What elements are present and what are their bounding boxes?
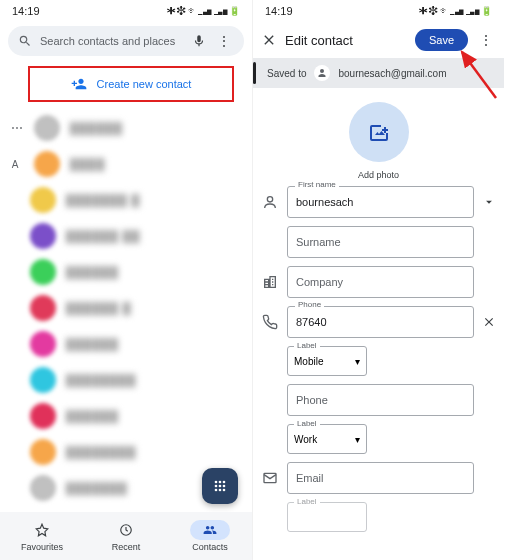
add-photo-zone[interactable]: Add photo [253,88,504,186]
first-name-label: First name [295,180,339,189]
create-new-contact-button[interactable]: Create new contact [28,66,234,102]
avatar [30,187,56,213]
avatar [30,259,56,285]
phone-field-2[interactable] [287,384,474,416]
email-label-select[interactable]: Label [287,502,367,532]
contact-name: ████████ [66,374,136,386]
label-value: Mobile [294,356,323,367]
list-item[interactable]: A ████ [6,146,252,182]
edit-header: Edit contact Save ⋮ [253,22,504,58]
phone-label-select-1[interactable]: Label Mobile ▾ [287,346,367,376]
status-icons: ✱ ✽ ᯤ ▁▃▅ ▁▃▅ 🔋 [167,6,240,16]
chevron-down-icon[interactable] [480,195,498,209]
page-title: Edit contact [285,33,407,48]
status-icons: ✱ ✽ ᯤ ▁▃▅ ▁▃▅ 🔋 [419,6,492,16]
svg-point-7 [219,489,222,492]
svg-point-4 [219,485,222,488]
dropdown-icon: ▾ [355,356,360,367]
contact-name: ████████ [66,446,136,458]
close-icon[interactable] [261,32,277,48]
contact-name: ████ [70,158,105,170]
more-icon[interactable]: ⋮ [476,32,496,48]
contact-name: ██████ ██ [66,230,140,242]
search-bar[interactable]: Search contacts and places ⋮ [8,26,244,56]
list-item[interactable]: ██████ [6,254,252,290]
label-value: Work [294,434,317,445]
add-photo-label: Add photo [358,170,399,180]
clear-icon[interactable] [480,315,498,329]
star-icon [35,523,49,537]
list-item[interactable]: ██████ [6,398,252,434]
search-more-icon[interactable]: ⋮ [214,33,234,49]
add-image-icon [367,120,391,144]
section-header-dots: ⋯ [6,121,24,135]
saved-to-bar[interactable]: Saved to bournesach@gmail.com [253,58,504,88]
avatar [34,151,60,177]
contact-name: ██████ [66,338,119,350]
phone-field-1[interactable] [287,306,474,338]
avatar [34,115,60,141]
list-item[interactable]: ████████ [6,362,252,398]
nav-label: Contacts [192,542,228,552]
label-float: Label [294,341,320,350]
mic-icon[interactable] [192,34,206,48]
label-float: Label [294,419,320,428]
first-name-field[interactable] [287,186,474,218]
clock: 14:19 [12,5,40,17]
avatar [30,223,56,249]
email-field[interactable] [287,462,474,494]
nav-contacts[interactable]: Contacts [168,512,252,560]
section-header-a: A [6,159,24,170]
svg-point-8 [223,489,226,492]
company-field[interactable] [287,266,474,298]
status-bar: 14:19 ✱ ✽ ᯤ ▁▃▅ ▁▃▅ 🔋 [0,0,252,22]
phone-icon [259,314,281,330]
search-placeholder: Search contacts and places [40,35,184,47]
account-email: bournesach@gmail.com [338,68,446,79]
photo-circle[interactable] [349,102,409,162]
saved-to-label: Saved to [267,68,306,79]
nav-label: Recent [112,542,141,552]
contact-name: ███████ █ [66,194,140,206]
list-item[interactable]: ██████ █ [6,290,252,326]
list-item[interactable]: ████████ [6,434,252,470]
search-icon [18,34,32,48]
person-add-icon [71,76,87,92]
contact-form: First name Phone [253,186,504,532]
account-avatar-icon [314,65,330,81]
avatar [30,331,56,357]
save-button[interactable]: Save [415,29,468,51]
contact-name: ██████ [66,410,119,422]
surname-field[interactable] [287,226,474,258]
email-icon [259,470,281,486]
company-icon [259,274,281,290]
clock: 14:19 [265,5,293,17]
svg-point-6 [215,489,218,492]
avatar [30,295,56,321]
list-item[interactable]: ██████ ██ [6,218,252,254]
person-icon [259,194,281,210]
nav-label: Favourites [21,542,63,552]
list-item[interactable]: ██████ [6,326,252,362]
svg-point-3 [215,485,218,488]
list-item[interactable]: ███████ █ [6,182,252,218]
contact-name: ██████ [66,266,119,278]
nav-recent[interactable]: Recent [84,512,168,560]
dialpad-icon [212,478,228,494]
svg-point-1 [219,481,222,484]
contact-name: ██████ [70,122,123,134]
people-icon [203,523,217,537]
svg-point-11 [267,197,272,202]
avatar [30,403,56,429]
create-new-contact-label: Create new contact [97,78,192,90]
svg-point-10 [320,69,324,73]
edit-contact-screen: 14:19 ✱ ✽ ᯤ ▁▃▅ ▁▃▅ 🔋 Edit contact Save … [252,0,504,560]
phone-label-select-2[interactable]: Label Work ▾ [287,424,367,454]
clock-icon [119,523,133,537]
avatar [30,367,56,393]
avatar [30,439,56,465]
svg-point-2 [223,481,226,484]
dialpad-fab[interactable] [202,468,238,504]
nav-favourites[interactable]: Favourites [0,512,84,560]
list-item[interactable]: ⋯ ██████ [6,110,252,146]
